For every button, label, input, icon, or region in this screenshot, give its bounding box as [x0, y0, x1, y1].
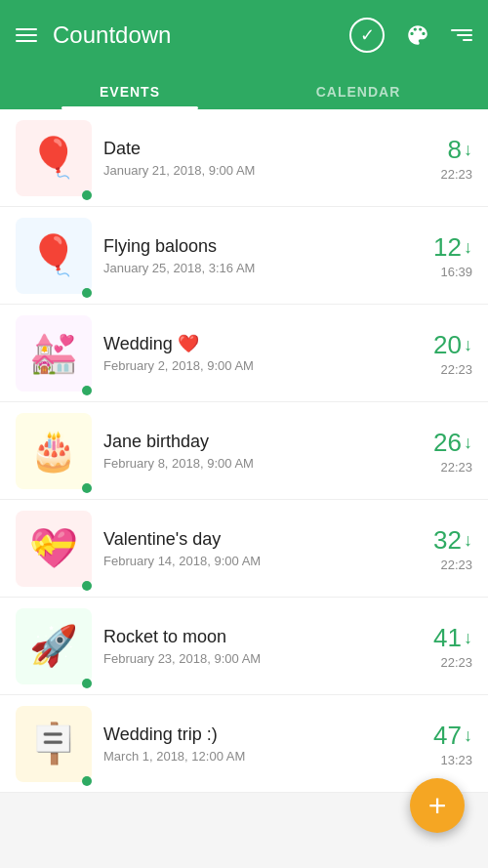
checkmark-icon[interactable]: ✓ [349, 18, 385, 53]
event-status-dot [82, 288, 92, 298]
tabs-bar: EVENTS CALENDAR [16, 70, 472, 109]
event-info: Rocket to moon February 23, 2018, 9:00 A… [92, 627, 404, 666]
countdown-arrow-icon: ↓ [464, 335, 472, 355]
countdown-arrow-icon: ↓ [464, 628, 472, 648]
header-top: Countdown ✓ [16, 0, 472, 70]
event-name: Flying baloons [103, 236, 392, 257]
list-item[interactable]: 🎂 Jane birthday February 8, 2018, 9:00 A… [0, 402, 488, 500]
header: Countdown ✓ EVENTS CALENDAR [0, 0, 488, 109]
countdown-time: 22:23 [404, 655, 472, 670]
event-date: February 8, 2018, 9:00 AM [103, 456, 392, 471]
countdown-time: 22:23 [404, 362, 472, 377]
event-thumbnail: 🎈 [16, 218, 92, 294]
countdown-time: 13:23 [404, 753, 472, 767]
event-countdown: 41↓ 22:23 [404, 623, 472, 670]
event-thumbnail: 🪧 [16, 706, 92, 782]
event-countdown: 26↓ 22:23 [404, 428, 472, 475]
event-date: February 23, 2018, 9:00 AM [103, 651, 392, 666]
event-info: Wedding trip :) March 1, 2018, 12:00 AM [92, 724, 404, 764]
tab-events[interactable]: EVENTS [16, 84, 244, 109]
menu-icon[interactable] [16, 28, 37, 42]
event-date: February 2, 2018, 9:00 AM [103, 358, 392, 373]
countdown-arrow-icon: ↓ [464, 433, 472, 453]
sort-icon[interactable] [451, 29, 472, 41]
event-info: Date January 21, 2018, 9:00 AM [92, 139, 404, 178]
countdown-days: 20↓ [404, 330, 472, 360]
event-name: Date [103, 139, 392, 159]
countdown-arrow-icon: ↓ [464, 140, 472, 160]
event-info: Flying baloons January 25, 2018, 3:16 AM [92, 236, 404, 275]
event-status-dot [82, 190, 92, 200]
list-item[interactable]: 🎈 Flying baloons January 25, 2018, 3:16 … [0, 207, 488, 305]
list-item[interactable]: 🎈 Date January 21, 2018, 9:00 AM 8↓ 22:2… [0, 109, 488, 207]
event-countdown: 8↓ 22:23 [404, 135, 472, 182]
event-thumbnail: 💒 [16, 315, 92, 392]
event-name: Jane birthday [103, 432, 392, 452]
countdown-arrow-icon: ↓ [464, 725, 472, 746]
event-thumbnail: 🎈 [16, 120, 92, 196]
countdown-time: 22:23 [404, 558, 472, 572]
event-info: Jane birthday February 8, 2018, 9:00 AM [92, 432, 404, 471]
countdown-days: 47↓ [404, 721, 472, 751]
event-info: Valentine's day February 14, 2018, 9:00 … [92, 529, 404, 568]
event-countdown: 47↓ 13:23 [404, 721, 472, 767]
event-countdown: 20↓ 22:23 [404, 330, 472, 377]
event-status-dot [82, 776, 92, 786]
event-date: February 14, 2018, 9:00 AM [103, 554, 392, 568]
event-status-dot [82, 483, 92, 493]
add-event-button[interactable]: + [410, 778, 465, 833]
event-thumbnail: 🎂 [16, 413, 92, 489]
countdown-arrow-icon: ↓ [464, 530, 472, 551]
event-countdown: 12↓ 16:39 [404, 232, 472, 279]
list-item[interactable]: 🚀 Rocket to moon February 23, 2018, 9:00… [0, 598, 488, 695]
event-countdown: 32↓ 22:23 [404, 525, 472, 572]
event-name: Valentine's day [103, 529, 392, 550]
event-thumbnail: 💝 [16, 511, 92, 587]
event-name: Rocket to moon [103, 627, 392, 647]
countdown-days: 12↓ [404, 232, 472, 263]
event-date: January 25, 2018, 3:16 AM [103, 261, 392, 275]
events-list: 🎈 Date January 21, 2018, 9:00 AM 8↓ 22:2… [0, 109, 488, 793]
event-info: Wedding ❤️ February 2, 2018, 9:00 AM [92, 333, 404, 373]
countdown-time: 16:39 [404, 265, 472, 279]
app-title: Countdown [53, 21, 334, 49]
countdown-arrow-icon: ↓ [464, 237, 472, 258]
event-name: Wedding trip :) [103, 724, 392, 745]
event-date: March 1, 2018, 12:00 AM [103, 749, 392, 764]
countdown-days: 41↓ [404, 623, 472, 653]
event-status-dot [82, 581, 92, 591]
countdown-days: 8↓ [404, 135, 472, 165]
event-status-dot [82, 386, 92, 395]
palette-icon[interactable] [400, 18, 435, 53]
event-status-dot [82, 679, 92, 688]
countdown-days: 26↓ [404, 428, 472, 458]
list-item[interactable]: 💒 Wedding ❤️ February 2, 2018, 9:00 AM 2… [0, 305, 488, 402]
list-item[interactable]: 🪧 Wedding trip :) March 1, 2018, 12:00 A… [0, 695, 488, 793]
event-thumbnail: 🚀 [16, 608, 92, 684]
countdown-days: 32↓ [404, 525, 472, 556]
event-date: January 21, 2018, 9:00 AM [103, 163, 392, 178]
list-item[interactable]: 💝 Valentine's day February 14, 2018, 9:0… [0, 500, 488, 598]
tab-calendar[interactable]: CALENDAR [244, 84, 472, 109]
event-name: Wedding ❤️ [103, 333, 392, 354]
countdown-time: 22:23 [404, 460, 472, 475]
countdown-time: 22:23 [404, 167, 472, 182]
